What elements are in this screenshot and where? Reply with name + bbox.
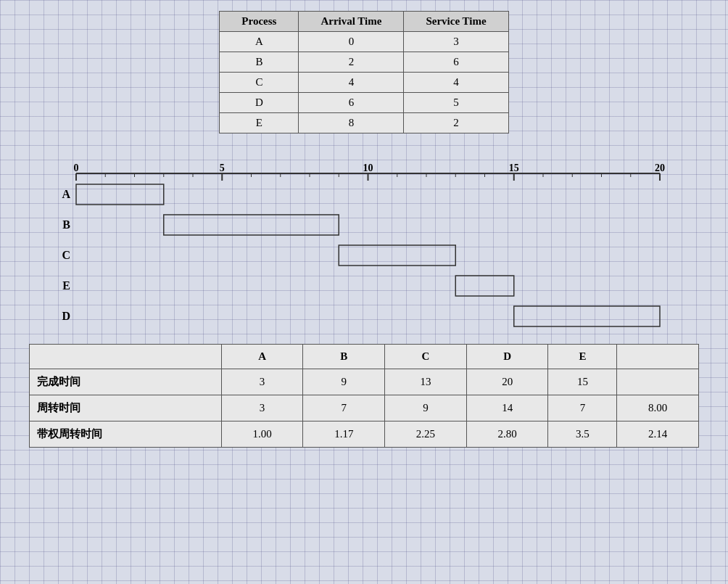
- table-row: A03: [220, 32, 508, 52]
- svg-text:20: 20: [655, 163, 665, 173]
- svg-rect-36: [514, 306, 660, 326]
- main-container: Process Arrival Time Service Time A03B26…: [0, 0, 728, 455]
- table-row: C44: [220, 73, 508, 93]
- col-header-service: Service Time: [404, 12, 508, 32]
- process-table: Process Arrival Time Service Time A03B26…: [219, 11, 508, 133]
- gantt-svg: 05101520ABCED: [29, 141, 699, 337]
- table-row: E82: [220, 113, 508, 133]
- svg-text:E: E: [62, 279, 70, 292]
- svg-rect-28: [76, 184, 164, 205]
- col-header-process: Process: [220, 12, 299, 32]
- bottom-table-wrapper: ABCDE 完成时间39132015周转时间3791478.00带权周转时间1.…: [29, 344, 699, 448]
- svg-rect-34: [455, 276, 514, 296]
- table-row: 周转时间3791478.00: [30, 395, 699, 421]
- col-header-arrival: Arrival Time: [299, 12, 404, 32]
- svg-text:5: 5: [220, 163, 225, 173]
- table-row: D65: [220, 93, 508, 113]
- svg-text:A: A: [62, 188, 70, 200]
- svg-text:D: D: [62, 310, 70, 322]
- svg-text:0: 0: [74, 163, 79, 173]
- svg-rect-30: [164, 215, 339, 235]
- svg-rect-32: [339, 245, 455, 266]
- svg-text:10: 10: [363, 163, 373, 173]
- svg-text:15: 15: [509, 163, 519, 173]
- top-table-wrapper: Process Arrival Time Service Time A03B26…: [15, 11, 713, 133]
- results-table: ABCDE 完成时间39132015周转时间3791478.00带权周转时间1.…: [29, 344, 699, 448]
- table-row: B26: [220, 52, 508, 73]
- svg-text:C: C: [62, 249, 70, 261]
- svg-text:B: B: [62, 218, 70, 231]
- gantt-chart-area: 05101520ABCED: [29, 141, 699, 337]
- table-row: 完成时间39132015: [30, 369, 699, 395]
- table-row: 带权周转时间1.001.172.252.803.52.14: [30, 421, 699, 448]
